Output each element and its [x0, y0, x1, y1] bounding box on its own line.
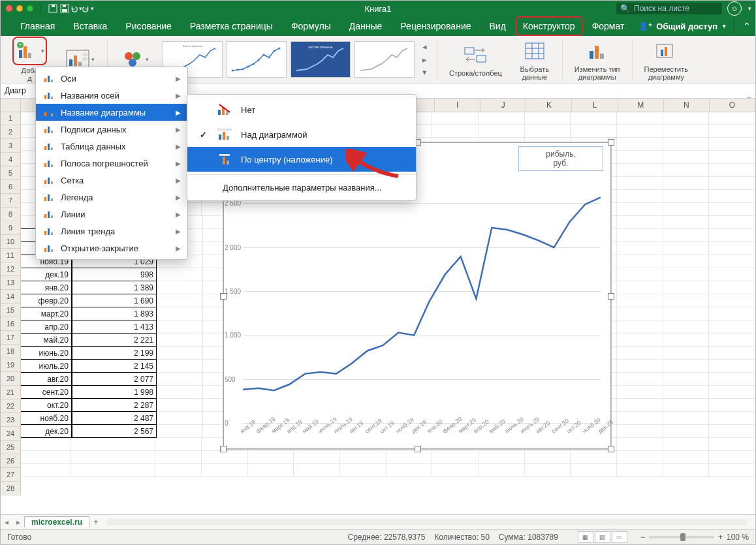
cell[interactable]: апр.20 [20, 320, 72, 334]
cell[interactable] [479, 464, 525, 477]
cell[interactable] [157, 307, 203, 320]
cell[interactable] [709, 451, 755, 464]
submenu-none[interactable]: Нет [187, 97, 416, 122]
cell[interactable] [617, 112, 663, 125]
zoom-in-icon[interactable]: + [718, 533, 723, 542]
cell[interactable] [663, 255, 710, 268]
menu-item-lines[interactable]: Линии▶ [36, 206, 187, 223]
column-header[interactable]: M [618, 99, 664, 112]
tab-review[interactable]: Рецензирование [391, 16, 480, 36]
cell[interactable] [663, 451, 710, 464]
add-sheet-button[interactable]: + [89, 518, 102, 527]
resize-handle[interactable] [608, 446, 614, 452]
cell[interactable] [663, 464, 710, 477]
cell[interactable] [617, 373, 663, 386]
cell[interactable]: 1 413 [72, 320, 157, 334]
cell[interactable] [663, 334, 710, 347]
cell[interactable] [617, 294, 663, 307]
menu-item-axis-titles[interactable]: Названия осей▶ [36, 87, 187, 104]
cell[interactable] [709, 255, 755, 268]
cell[interactable] [157, 360, 203, 373]
cell[interactable] [709, 229, 755, 242]
cell[interactable] [663, 216, 710, 229]
cell[interactable] [617, 125, 663, 138]
tab-page-layout[interactable]: Разметка страницы [181, 16, 282, 36]
tab-formulas[interactable]: Формулы [282, 16, 340, 36]
row-header[interactable]: 17 [1, 331, 20, 345]
cell[interactable] [386, 464, 433, 477]
cell[interactable]: сент.20 [20, 386, 72, 399]
cell[interactable]: июнь.20 [20, 347, 72, 360]
cell[interactable]: 1 389 [72, 281, 157, 294]
cell[interactable] [71, 438, 155, 451]
cell[interactable] [663, 177, 710, 190]
cell[interactable] [155, 464, 202, 477]
chart-style-3[interactable]: ЧИСТАЯ ПРИБЫЛЬ [291, 41, 351, 78]
move-chart-button[interactable]: Переместить диаграмму [639, 38, 693, 81]
cell[interactable] [525, 451, 571, 464]
tab-format[interactable]: Формат [583, 16, 634, 36]
cell[interactable] [709, 268, 755, 281]
cell[interactable] [617, 360, 663, 373]
cell[interactable] [571, 464, 617, 477]
row-header[interactable]: 8 [1, 208, 20, 221]
tab-view[interactable]: Вид [480, 16, 515, 36]
cell[interactable]: 1 998 [72, 386, 157, 399]
row-header[interactable]: 14 [1, 290, 20, 304]
cell[interactable] [663, 360, 710, 373]
menu-item-data-labels[interactable]: Подписи данных▶ [36, 121, 187, 138]
cell[interactable] [709, 164, 755, 177]
cell[interactable] [663, 373, 710, 386]
cell[interactable] [157, 334, 203, 347]
row-header[interactable]: 23 [1, 413, 20, 427]
cell[interactable] [155, 451, 202, 464]
row-header[interactable]: 28 [1, 482, 20, 495]
sheet-tab[interactable]: microexcel.ru [24, 516, 89, 527]
cell[interactable]: 2 567 [72, 425, 157, 438]
cell[interactable] [157, 373, 203, 386]
row-header[interactable]: 15 [1, 304, 20, 317]
cell[interactable] [71, 464, 155, 477]
cell[interactable] [617, 164, 663, 177]
zoom-slider[interactable] [649, 536, 714, 538]
chart-title[interactable]: рибыль, руб. [518, 146, 603, 171]
cell[interactable] [71, 451, 155, 464]
menu-item-error-bars[interactable]: Полоса погрешностей▶ [36, 155, 187, 172]
cell[interactable] [663, 438, 710, 451]
menu-item-trendline[interactable]: Линия тренда▶ [36, 223, 187, 240]
cell[interactable] [479, 451, 525, 464]
cell[interactable]: 2 077 [72, 373, 157, 386]
cell[interactable]: 2 145 [72, 360, 157, 373]
cell[interactable]: февр.20 [20, 294, 72, 307]
sheet-nav-first[interactable]: ◂ [1, 518, 12, 527]
row-header[interactable]: 25 [1, 441, 20, 454]
cell[interactable]: 998 [72, 268, 157, 281]
cell[interactable] [709, 425, 755, 438]
cell[interactable] [663, 203, 710, 216]
zoom-control[interactable]: − + 100 % [640, 533, 749, 542]
submenu-centered-overlay[interactable]: По центру (наложение) [187, 147, 416, 172]
resize-handle[interactable] [220, 446, 227, 452]
cell[interactable] [617, 386, 663, 399]
zoom-out-icon[interactable]: − [640, 533, 645, 542]
cell[interactable] [617, 425, 663, 438]
row-header[interactable]: 4 [1, 153, 20, 166]
cell[interactable] [432, 451, 479, 464]
menu-item-axes[interactable]: Оси▶ [36, 70, 187, 87]
row-header[interactable]: 10 [1, 235, 20, 249]
row-headers[interactable]: 1234567891011121314151617181920212223242… [1, 112, 21, 495]
switch-row-column-button[interactable]: Строка/столбец [444, 42, 507, 77]
cell[interactable] [709, 190, 755, 203]
cell[interactable] [709, 399, 755, 412]
cell[interactable]: июль.20 [20, 360, 72, 373]
row-header[interactable]: 22 [1, 399, 20, 413]
column-header[interactable]: O [710, 99, 755, 112]
cell[interactable] [432, 112, 479, 125]
cell[interactable] [663, 281, 710, 294]
row-header[interactable]: 3 [1, 139, 20, 153]
cell[interactable] [617, 438, 663, 451]
cell[interactable] [709, 177, 755, 190]
cell[interactable] [663, 399, 710, 412]
column-header[interactable]: J [480, 99, 526, 112]
cell[interactable] [479, 125, 525, 138]
